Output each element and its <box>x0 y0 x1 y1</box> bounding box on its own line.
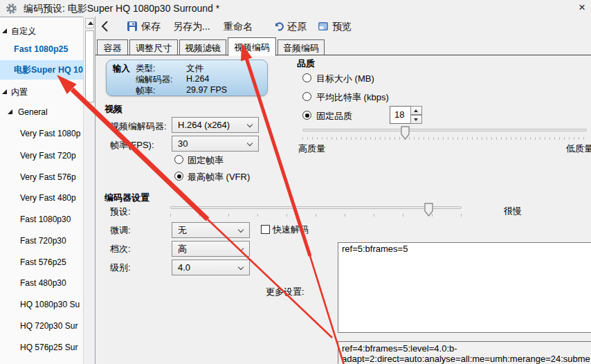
video-fps-value: 30 <box>178 138 188 149</box>
tooltip-line2: adapt=2:direct=auto:analyse=all:me=umh:m… <box>342 354 591 364</box>
save-icon <box>127 21 138 32</box>
sidebar-item-label: Fast 720p30 <box>20 231 66 251</box>
sidebar-item-hq-576p25[interactable]: HQ 576p25 Sur <box>0 338 83 357</box>
profile-select[interactable]: 高 <box>172 241 250 257</box>
revert-label: 还原 <box>287 18 307 35</box>
sidebar-item-label: Fast 480p30 <box>20 273 66 293</box>
expander-icon[interactable] <box>8 109 12 114</box>
video-codec-value: H.264 (x264) <box>178 120 230 130</box>
close-icon[interactable]: × <box>574 1 590 15</box>
avg-bitrate-label: 平均比特率 (kbps) <box>316 91 389 104</box>
encoder-preset-label: 预设: <box>110 206 131 218</box>
quality-high-label: 高质量 <box>298 143 325 155</box>
sidebar-item-label: 内置 <box>11 82 28 102</box>
sidebar-item-label: 电影Super HQ 10 <box>14 60 83 80</box>
tab-label: 容器 <box>104 43 122 53</box>
preset-slider-track[interactable] <box>170 206 462 209</box>
source-info-box: 输入 类型: 文件 编解码器: H.264 帧率: 29.97 FPS <box>106 60 268 96</box>
rename-label: 重命名 <box>224 18 253 35</box>
cq-value-field[interactable]: 18 <box>390 106 411 124</box>
cq-decrement-icon[interactable] <box>410 115 422 124</box>
gear-icon <box>6 3 17 15</box>
sidebar-group-general[interactable]: General <box>0 102 83 122</box>
expander-icon[interactable] <box>2 28 7 33</box>
tooltip-line1: ref=4:bframes=5:level=4.0:b- <box>342 343 591 354</box>
undo-icon <box>273 21 284 32</box>
tune-value: 无 <box>178 225 187 235</box>
tab-label: 音频编码 <box>283 43 319 53</box>
save-button[interactable]: 保存 <box>127 18 161 35</box>
extra-options-textarea[interactable]: ref=5:bframes=5 <box>338 242 591 333</box>
sidebar-item-hq-720p30[interactable]: HQ 720p30 Sur <box>0 316 83 336</box>
vfr-radio[interactable] <box>174 172 183 181</box>
target-size-radio[interactable] <box>302 73 311 82</box>
x264-options-tooltip: ref=4:bframes=5:level=4.0:b- adapt=2:dir… <box>338 341 591 364</box>
sidebar-item-very-fast-480p[interactable]: Very Fast 480p <box>0 188 83 208</box>
sidebar-item-very-fast-576p[interactable]: Very Fast 576p <box>0 167 83 187</box>
tab-label: 视频滤镜 <box>185 43 221 53</box>
tab-video-filters[interactable]: 视频滤镜 <box>179 39 226 55</box>
quality-heading: 品质 <box>297 57 315 70</box>
sidebar-item-fast-1080p30[interactable]: Fast 1080p30 <box>0 210 83 229</box>
preview-button[interactable]: 预览 <box>318 18 352 35</box>
rename-button[interactable]: 重命名 <box>224 18 253 35</box>
avg-bitrate-radio[interactable] <box>302 92 311 101</box>
tab-audio-encode[interactable]: 音频编码 <box>278 39 325 55</box>
sidebar-item-very-fast-1080p[interactable]: Very Fast 1080p <box>0 124 83 143</box>
tune-label: 微调: <box>110 224 131 237</box>
fast-decode-checkbox[interactable] <box>261 225 270 234</box>
preview-label: 预览 <box>332 18 352 35</box>
encode-preset-window: 编码预设: 电影Super HQ 1080p30 Surround * × 自定… <box>0 0 591 364</box>
sidebar-item-movie-super-hq[interactable]: 电影Super HQ 10 <box>0 60 83 80</box>
source-heading: 输入 <box>113 63 130 75</box>
sidebar-item-label: Fast 1080p30 <box>20 210 71 229</box>
scroll-up-icon[interactable] <box>85 18 94 28</box>
source-type-label: 类型: <box>136 63 155 75</box>
save-label: 保存 <box>141 18 161 35</box>
revert-button[interactable]: 还原 <box>273 18 307 35</box>
sidebar-item-fast-1080p25[interactable]: Fast 1080p25 <box>0 39 83 59</box>
quality-low-label: 低质量 <box>566 143 591 155</box>
cq-increment-icon[interactable] <box>410 106 422 115</box>
expander-icon[interactable] <box>2 89 7 94</box>
tab-label: 调整尺寸 <box>136 43 172 53</box>
source-codec-label: 编解码器: <box>136 74 172 86</box>
source-fps-value: 29.97 FPS <box>186 85 227 95</box>
sidebar-item-very-fast-720p[interactable]: Very Fast 720p <box>0 146 83 165</box>
sidebar-group-custom[interactable]: 自定义 <box>0 21 83 41</box>
sidebar-item-label: 自定义 <box>11 21 36 41</box>
tab-dimensions[interactable]: 调整尺寸 <box>129 39 178 55</box>
level-select[interactable]: 4.0 <box>172 260 250 275</box>
preset-slider-ticks <box>170 214 462 217</box>
sidebar-item-label: HQ 720p30 Sur <box>20 316 78 336</box>
vfr-label: 最高帧率 (VFR) <box>188 171 250 183</box>
constant-quality-radio[interactable] <box>302 111 311 120</box>
scroll-thumb[interactable] <box>85 30 94 102</box>
save-as-label: 另存为... <box>173 18 210 35</box>
sidebar-item-fast-720p30[interactable]: Fast 720p30 <box>0 231 83 251</box>
sidebar-item-label: HQ 576p25 Sur <box>20 338 78 357</box>
encoder-heading: 编码器设置 <box>104 192 149 204</box>
tune-select[interactable]: 无 <box>172 222 250 238</box>
source-type-value: 文件 <box>186 63 203 75</box>
source-fps-label: 帧率: <box>136 85 155 97</box>
tab-video-encode[interactable]: 视频编码 <box>228 37 276 56</box>
sidebar-item-fast-480p30[interactable]: Fast 480p30 <box>0 273 83 293</box>
preset-sidebar: 自定义 Fast 1080p25 电影Super HQ 10 内置 Genera… <box>0 17 96 364</box>
video-fps-label: 帧率(FPS): <box>110 139 154 152</box>
video-section-heading: 视频 <box>104 103 122 116</box>
back-button[interactable] <box>100 18 109 35</box>
save-as-button[interactable]: 另存为... <box>173 18 210 35</box>
quality-slider-track[interactable] <box>302 129 587 131</box>
sidebar-scrollbar[interactable] <box>83 17 95 364</box>
video-codec-label: 视频编解码器: <box>110 120 167 133</box>
tab-container[interactable]: 容器 <box>97 39 128 55</box>
cfr-radio[interactable] <box>174 155 183 164</box>
sidebar-item-hq-1080p30[interactable]: HQ 1080p30 Su <box>0 295 83 314</box>
video-codec-select[interactable]: H.264 (x264) <box>172 117 259 133</box>
sidebar-item-fast-576p25[interactable]: Fast 576p25 <box>0 253 83 272</box>
sidebar-group-builtin[interactable]: 内置 <box>0 82 83 102</box>
source-codec-value: H.264 <box>186 74 209 84</box>
video-fps-select[interactable]: 30 <box>172 136 259 152</box>
level-value: 4.0 <box>178 262 190 273</box>
